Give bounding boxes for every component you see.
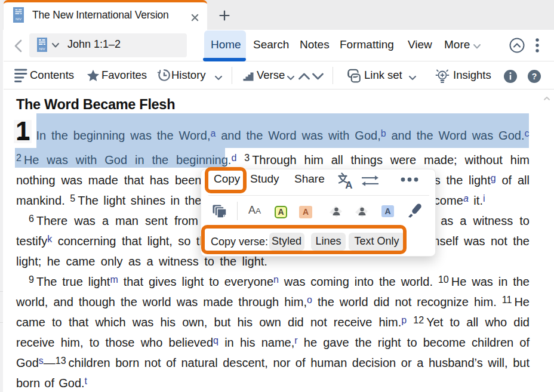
svg-text:NIV: NIV xyxy=(16,17,21,21)
svg-text:A: A xyxy=(345,180,352,190)
svg-text:?: ? xyxy=(532,72,537,81)
svg-text:NIV: NIV xyxy=(39,47,45,51)
